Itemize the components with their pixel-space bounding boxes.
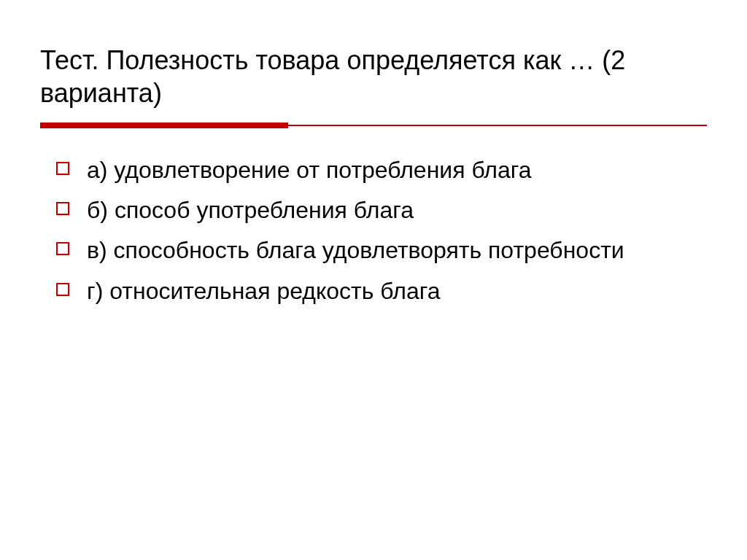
square-bullet-icon (56, 283, 69, 296)
square-bullet-icon (56, 162, 69, 175)
slide-container: Тест. Полезность товара определяется как… (0, 0, 747, 560)
list-item: г) относительная редкость блага (56, 276, 707, 307)
list-item: в) способность блага удовлетворять потре… (56, 235, 707, 266)
list-item: б) способ употребления блага (56, 195, 707, 226)
title-block: Тест. Полезность товара определяется как… (40, 44, 707, 131)
square-bullet-icon (56, 242, 69, 255)
square-bullet-icon (56, 202, 69, 215)
option-text: в) способность блага удовлетворять потре… (87, 235, 624, 266)
slide-title: Тест. Полезность товара определяется как… (40, 44, 707, 109)
option-text: г) относительная редкость блага (87, 276, 440, 307)
list-item: а) удовлетворение от потребления блага (56, 155, 707, 186)
divider-thick (40, 122, 288, 128)
option-text: б) способ употребления блага (87, 195, 414, 226)
title-divider (40, 122, 707, 131)
content-area: а) удовлетворение от потребления блага б… (40, 155, 707, 307)
option-text: а) удовлетворение от потребления блага (87, 155, 532, 186)
